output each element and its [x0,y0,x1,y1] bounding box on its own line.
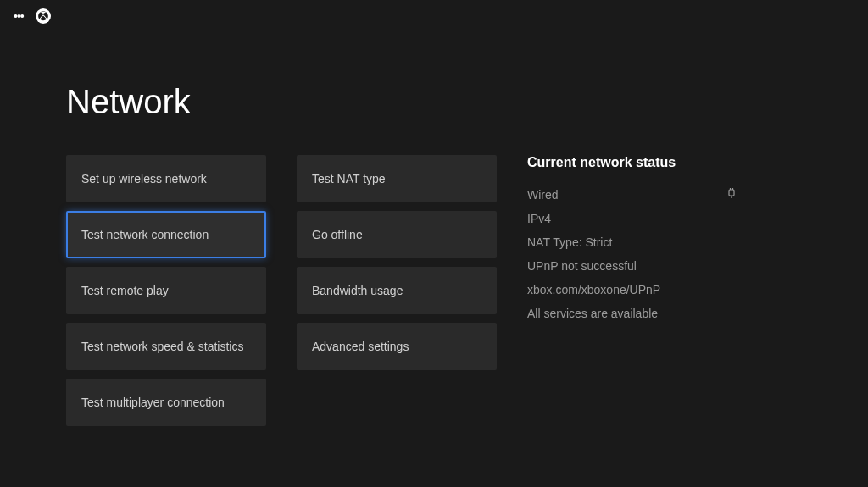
menu-column-2: Test NAT type Go offline Bandwidth usage… [297,155,497,426]
status-panel: Current network status Wired IPv4 NAT Ty… [527,155,868,426]
status-ipversion: IPv4 [527,212,817,225]
status-services-label: All services are available [527,307,737,320]
menu-item-go-offline[interactable]: Go offline [297,211,497,258]
menu-item-test-nat[interactable]: Test NAT type [297,155,497,202]
svg-rect-0 [729,190,734,196]
status-connection: Wired [527,187,817,202]
status-nat: NAT Type: Strict [527,235,817,249]
status-connection-label: Wired [527,188,726,202]
status-title: Current network status [527,155,817,170]
status-upnp: UPnP not successful [527,259,817,273]
page-title: Network [66,83,868,121]
wired-plug-icon [726,187,737,202]
menu-item-advanced[interactable]: Advanced settings [297,323,497,370]
menu-item-test-speed[interactable]: Test network speed & statistics [66,323,266,370]
more-icon[interactable]: ••• [14,9,24,23]
menu-item-test-connection[interactable]: Test network connection [66,211,266,258]
xbox-logo-icon[interactable] [36,8,51,24]
status-ipversion-label: IPv4 [527,212,737,225]
menu-column-1: Set up wireless network Test network con… [66,155,266,426]
menu-item-test-remote-play[interactable]: Test remote play [66,267,266,314]
menu-item-test-multiplayer[interactable]: Test multiplayer connection [66,379,266,426]
top-bar: ••• [0,0,868,32]
status-nat-label: NAT Type: Strict [527,235,737,249]
content-area: Set up wireless network Test network con… [0,155,868,426]
status-services: All services are available [527,307,817,320]
menu-item-setup-wireless[interactable]: Set up wireless network [66,155,266,202]
status-help-url: xbox.com/xboxone/UPnP [527,283,817,296]
status-help-url-label: xbox.com/xboxone/UPnP [527,283,737,296]
status-upnp-label: UPnP not successful [527,259,737,273]
menu-item-bandwidth[interactable]: Bandwidth usage [297,267,497,314]
